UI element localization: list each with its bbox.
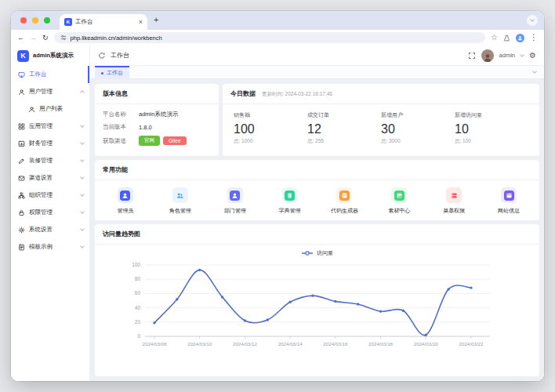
data-point[interactable] [220, 296, 223, 298]
y-tick-label: 60 [134, 290, 140, 296]
icon-frame [336, 187, 352, 203]
sidebar-item[interactable]: 工作台 [11, 66, 89, 83]
sidebar-item[interactable]: 用户管理 [11, 83, 89, 100]
bookmark-star-icon[interactable]: ☆ [491, 34, 498, 42]
channel-badge[interactable]: 官网 [139, 136, 160, 146]
function-item[interactable]: 角色管理 [153, 187, 208, 215]
page-tab-active[interactable]: 工作台 [95, 66, 129, 78]
version-row-label: 平台名称 [103, 111, 139, 118]
logo-text: admin系统演示 [33, 52, 74, 60]
content-area: 版本信息 平台名称admin系统演示当前版本1.8.0获取渠道官网Gitee 今… [90, 79, 544, 381]
data-point[interactable] [198, 269, 201, 271]
data-point[interactable] [334, 300, 336, 303]
decorate-icon [18, 158, 25, 165]
username[interactable]: admin [499, 52, 515, 59]
function-item[interactable]: 管理员 [98, 187, 153, 215]
stat-value: 30 [381, 122, 455, 136]
functions-card-title: 常用功能 [103, 165, 128, 174]
user-avatar[interactable] [481, 49, 494, 62]
address-bar[interactable]: php.likeadmin.cn/admin/workbench [54, 32, 485, 43]
tab-close-icon[interactable]: × [139, 19, 143, 26]
x-tick-label: 2024/03/08 [142, 341, 167, 347]
browser-toolbar: ← → ↻ php.likeadmin.cn/admin/workbench ☆… [11, 30, 544, 45]
browser-menu-icon[interactable]: ⋮ [530, 34, 538, 42]
sidebar-item-label: 组织管理 [29, 191, 77, 199]
stat-column: 销售额 100 总: 1000 [234, 111, 307, 145]
y-tick-label: 80 [134, 276, 140, 281]
zoom-window-button[interactable] [44, 17, 50, 24]
sidebar-subitem[interactable]: 用户列表 [11, 100, 89, 118]
version-card: 版本信息 平台名称admin系统演示当前版本1.8.0获取渠道官网Gitee [95, 84, 219, 156]
function-item[interactable]: 菜单权限 [426, 187, 481, 215]
trend-chart-svg[interactable]: 0204060801002024/03/082024/03/102024/03/… [100, 259, 535, 351]
new-tab-button[interactable]: + [154, 16, 158, 24]
refresh-icon[interactable] [98, 52, 106, 60]
fullscreen-icon[interactable] [468, 52, 476, 60]
stats-row: 销售额 100 总: 1000成交订单 12 总: 255新增用户 30 总: … [223, 104, 539, 145]
data-point[interactable] [379, 310, 381, 312]
sidebar-item[interactable]: 渠道设置 [11, 169, 89, 187]
icon-frame [501, 187, 517, 203]
channel-badge[interactable]: Gitee [163, 136, 187, 145]
sidebar-item[interactable]: 模板示例 [11, 238, 89, 256]
chart-card-title: 访问量趋势图 [103, 230, 140, 238]
back-icon[interactable]: ← [17, 34, 24, 42]
chevron-up-icon [80, 90, 85, 95]
browser-profile-avatar[interactable] [516, 34, 524, 42]
data-point[interactable] [447, 288, 449, 290]
data-point[interactable] [243, 319, 245, 321]
function-item[interactable]: 网站信息 [481, 187, 536, 215]
data-point[interactable] [401, 310, 404, 312]
function-label: 网站信息 [498, 207, 520, 215]
data-point[interactable] [176, 298, 178, 300]
chart-legend[interactable]: 访问量 [95, 249, 539, 257]
site-settings-icon[interactable] [60, 34, 67, 41]
page-tab-label: 工作台 [107, 69, 123, 77]
function-label: 菜单权限 [443, 207, 465, 215]
browser-tab[interactable]: K 工作台 × [60, 14, 147, 30]
data-point[interactable] [153, 321, 155, 324]
minimize-window-button[interactable] [32, 17, 38, 24]
sidebar-item[interactable]: 组织管理 [11, 187, 89, 204]
tab-search-button[interactable] [527, 15, 538, 26]
icon-tile [230, 191, 240, 201]
sidebar-item[interactable]: 权限管理 [11, 204, 89, 221]
tabs-chevron-down-icon[interactable] [532, 69, 537, 74]
reload-icon[interactable]: ↻ [42, 34, 49, 42]
y-tick-label: 0 [137, 333, 140, 339]
icon-frame [446, 187, 462, 203]
x-tick-label: 2024/03/12 [232, 341, 257, 347]
function-item[interactable]: 素材中心 [372, 187, 426, 215]
app-logo[interactable]: K admin系统演示 [11, 45, 89, 66]
material-center-icon [396, 192, 403, 199]
close-window-button[interactable] [20, 17, 27, 24]
version-card-title: 版本信息 [103, 89, 128, 98]
sidebar-item[interactable]: 系统设置 [11, 221, 89, 238]
sidebar-item[interactable]: 财务管理 [11, 135, 89, 152]
chevron-down-icon [530, 17, 535, 22]
data-point[interactable] [424, 333, 426, 336]
function-item[interactable]: 代码生成器 [317, 187, 372, 215]
x-tick-label: 2024/03/16 [323, 341, 348, 347]
sidebar-item[interactable]: 应用管理 [11, 118, 89, 135]
finance-icon [18, 140, 25, 147]
function-item[interactable]: 部门管理 [208, 187, 263, 215]
extension-icon[interactable] [503, 34, 510, 42]
forward-icon[interactable]: → [30, 34, 37, 42]
version-row-label: 当前版本 [103, 123, 139, 131]
stat-label: 成交订单 [307, 111, 381, 119]
data-point[interactable] [266, 318, 268, 321]
function-label: 管理员 [117, 207, 133, 215]
data-point[interactable] [357, 303, 359, 305]
stat-value: 12 [307, 122, 381, 136]
gear-icon[interactable]: ⚙ [529, 52, 536, 60]
icon-tile [339, 191, 350, 201]
sidebar-menu: 工作台用户管理用户列表应用管理财务管理装修管理渠道设置组织管理权限管理系统设置模… [11, 66, 89, 256]
x-tick-label: 2024/03/18 [368, 341, 394, 347]
sidebar-item[interactable]: 装修管理 [11, 152, 89, 169]
data-point[interactable] [470, 286, 472, 289]
data-point[interactable] [288, 301, 291, 303]
browser-tab-strip: K 工作台 × + [11, 11, 544, 30]
data-point[interactable] [311, 294, 314, 296]
function-item[interactable]: 字典管理 [263, 187, 317, 215]
